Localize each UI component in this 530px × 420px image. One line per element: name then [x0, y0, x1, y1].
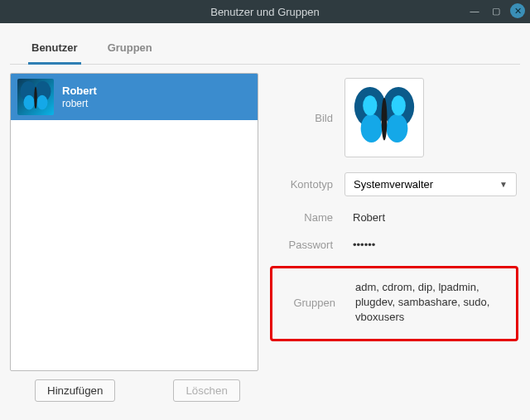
window-title: Benutzer und Gruppen: [210, 6, 320, 18]
svg-point-9: [363, 95, 377, 115]
tab-users[interactable]: Benutzer: [28, 35, 81, 65]
content-area: Benutzer Gruppen: [0, 23, 530, 420]
password-row: Passwort ••••••: [270, 239, 520, 251]
window-controls: — ▢ ✕: [467, 3, 525, 18]
minimize-button[interactable]: —: [467, 3, 482, 18]
name-row: Name Robert: [270, 211, 520, 224]
svg-point-8: [387, 114, 408, 142]
account-type-value: Systemverwalter: [354, 178, 433, 191]
account-type-select[interactable]: Systemverwalter ▼: [344, 172, 517, 196]
user-login-name: robert: [62, 98, 97, 109]
tab-bar: Benutzer Gruppen: [10, 35, 520, 65]
user-text-block: Robert robert: [62, 84, 97, 109]
avatar-picker[interactable]: [344, 78, 424, 157]
maximize-button[interactable]: ▢: [489, 3, 504, 18]
svg-point-3: [36, 95, 47, 110]
account-type-row: Kontotyp Systemverwalter ▼: [270, 172, 520, 196]
name-value[interactable]: Robert: [344, 211, 385, 224]
add-button[interactable]: Hinzufügen: [35, 379, 115, 402]
list-item[interactable]: Robert robert: [11, 74, 258, 120]
password-label: Passwort: [270, 239, 344, 251]
user-display-name: Robert: [62, 84, 97, 98]
groups-label: Gruppen: [272, 297, 347, 309]
picture-row: Bild: [270, 78, 520, 157]
chevron-down-icon: ▼: [499, 180, 508, 189]
delete-button[interactable]: Löschen: [173, 379, 239, 402]
groups-highlight-box: Gruppen adm, cdrom, dip, lpadmin, plugde…: [270, 266, 518, 341]
user-list[interactable]: Robert robert: [10, 73, 258, 371]
tab-groups[interactable]: Gruppen: [104, 35, 156, 64]
svg-point-7: [361, 114, 383, 142]
svg-point-4: [34, 87, 37, 109]
left-column: Robert robert Hinzufügen Löschen: [10, 73, 258, 402]
main-pane: Robert robert Hinzufügen Löschen Bild: [10, 73, 520, 402]
name-label: Name: [270, 211, 344, 224]
password-value[interactable]: ••••••: [344, 239, 375, 251]
picture-label: Bild: [270, 112, 344, 124]
account-type-label: Kontotyp: [270, 178, 344, 191]
titlebar: Benutzer und Gruppen — ▢ ✕: [0, 0, 530, 23]
groups-value: adm, cdrom, dip, lpadmin, plugdev, samba…: [347, 280, 508, 326]
svg-point-10: [392, 95, 406, 115]
window: Benutzer und Gruppen — ▢ ✕ Benutzer Grup…: [0, 0, 530, 420]
list-action-buttons: Hinzufügen Löschen: [10, 379, 258, 402]
svg-point-11: [382, 98, 388, 141]
user-avatar-icon: [17, 79, 54, 115]
close-button[interactable]: ✕: [510, 3, 525, 18]
svg-point-2: [23, 95, 34, 110]
detail-pane: Bild Kontotyp: [270, 73, 520, 402]
